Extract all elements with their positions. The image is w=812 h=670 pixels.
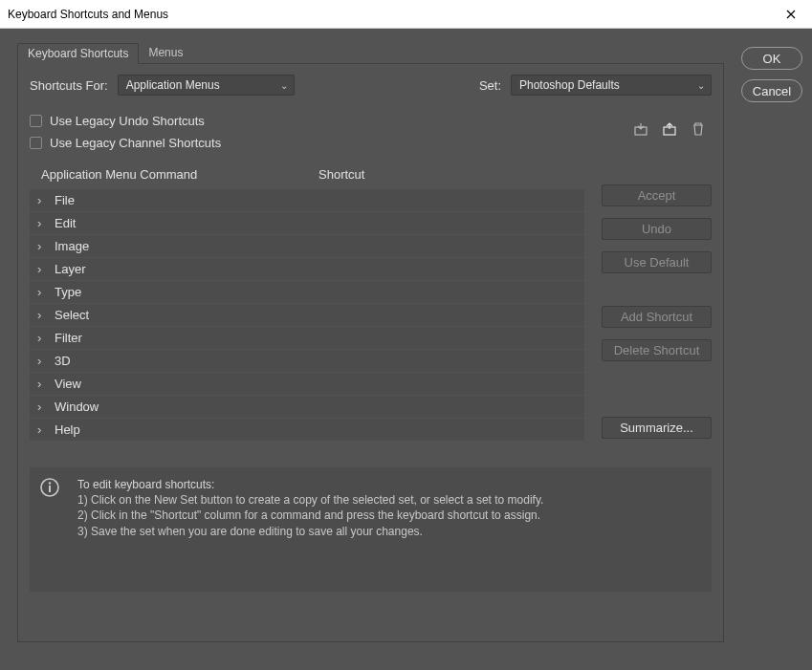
chevron-right-icon: › — [37, 308, 47, 322]
col-command: Application Menu Command — [41, 167, 318, 182]
info-line-3: 3) Save the set when you are done editin… — [77, 524, 543, 539]
legacy-undo-checkbox[interactable] — [30, 115, 42, 127]
col-shortcut: Shortcut — [318, 167, 584, 182]
cancel-button[interactable]: Cancel — [741, 79, 802, 102]
table-row[interactable]: ›Image — [30, 235, 584, 257]
titlebar: Keyboard Shortcuts and Menus — [0, 0, 812, 29]
chevron-right-icon: › — [37, 422, 47, 437]
delete-shortcut-button[interactable]: Delete Shortcut — [602, 339, 712, 361]
row-label: View — [55, 377, 81, 391]
shortcut-table-area: Application Menu Command Shortcut ›File … — [30, 158, 584, 450]
table-row[interactable]: ›Type — [30, 281, 584, 303]
chevron-down-icon: ⌄ — [280, 80, 288, 91]
chevron-right-icon: › — [37, 285, 47, 299]
table-row[interactable]: ›File — [30, 189, 584, 211]
tab-keyboard-shortcuts[interactable]: Keyboard Shortcuts — [17, 43, 139, 64]
info-icon — [39, 477, 64, 582]
row-label: Select — [55, 308, 89, 322]
legacy-channel-checkbox[interactable] — [30, 137, 42, 149]
menu-table: ›File ›Edit ›Image ›Layer ›Type ›Select … — [30, 189, 584, 441]
panel: Shortcuts For: Application Menus ⌄ Set: … — [17, 64, 724, 642]
row-label: File — [55, 193, 75, 207]
row-label: Edit — [55, 216, 76, 230]
legacy-channel-label: Use Legacy Channel Shortcuts — [50, 136, 221, 150]
chevron-right-icon: › — [37, 216, 47, 230]
set-label: Set: — [479, 78, 501, 93]
row-shortcuts-for: Shortcuts For: Application Menus ⌄ Set: … — [30, 74, 712, 97]
row-label: Image — [55, 239, 89, 253]
chevron-right-icon: › — [37, 400, 47, 414]
undo-button[interactable]: Undo — [602, 218, 712, 240]
svg-rect-4 — [49, 486, 51, 492]
table-row[interactable]: ›Layer — [30, 258, 584, 280]
table-row[interactable]: ›Edit — [30, 212, 584, 234]
accept-button[interactable]: Accept — [602, 184, 712, 206]
chevron-right-icon: › — [37, 377, 47, 391]
set-select[interactable]: Photoshop Defaults ⌄ — [511, 75, 712, 96]
new-set-icon[interactable] — [662, 121, 677, 140]
info-box: To edit keyboard shortcuts: 1) Click on … — [30, 467, 712, 592]
chevron-right-icon: › — [37, 262, 47, 276]
use-default-button[interactable]: Use Default — [602, 251, 712, 273]
table-row[interactable]: ›Select — [30, 304, 584, 326]
actions-column: Accept Undo Use Default Add Shortcut Del… — [602, 158, 712, 450]
table-row[interactable]: ›Window — [30, 396, 584, 418]
table-row[interactable]: ›View — [30, 373, 584, 395]
chevron-right-icon: › — [37, 193, 47, 207]
window-title: Keyboard Shortcuts and Menus — [0, 8, 769, 21]
tab-menus[interactable]: Menus — [139, 43, 192, 63]
table-row[interactable]: ›Help — [30, 419, 584, 441]
info-text: To edit keyboard shortcuts: 1) Click on … — [77, 477, 543, 582]
set-icon-row — [633, 121, 710, 140]
set-value: Photoshop Defaults — [519, 78, 620, 92]
row-label: Type — [55, 285, 81, 299]
delete-set-icon[interactable] — [691, 121, 706, 140]
info-line-1: 1) Click on the New Set button to create… — [77, 492, 543, 508]
table-row[interactable]: ›3D — [30, 350, 584, 372]
svg-point-3 — [49, 482, 52, 485]
shortcuts-for-label: Shortcuts For: — [30, 78, 108, 93]
summarize-button[interactable]: Summarize... — [602, 417, 712, 439]
chevron-down-icon: ⌄ — [697, 80, 705, 91]
legacy-channel-row[interactable]: Use Legacy Channel Shortcuts — [30, 136, 633, 150]
legacy-undo-row[interactable]: Use Legacy Undo Shortcuts — [30, 114, 633, 128]
tab-strip: Keyboard Shortcuts Menus — [17, 43, 724, 64]
ok-button[interactable]: OK — [741, 47, 802, 70]
close-button[interactable] — [769, 0, 812, 29]
chevron-right-icon: › — [37, 239, 47, 253]
add-shortcut-button[interactable]: Add Shortcut — [602, 306, 712, 328]
row-label: 3D — [55, 354, 71, 368]
chevron-right-icon: › — [37, 331, 47, 345]
chevron-right-icon: › — [37, 354, 47, 368]
dialog-sidebar: OK Cancel — [741, 43, 802, 660]
table-header: Application Menu Command Shortcut — [30, 158, 584, 189]
row-label: Filter — [55, 331, 82, 345]
row-label: Layer — [55, 262, 86, 276]
legacy-undo-label: Use Legacy Undo Shortcuts — [50, 114, 205, 128]
info-heading: To edit keyboard shortcuts: — [77, 477, 543, 492]
info-line-2: 2) Click in the "Shortcut" column for a … — [77, 508, 543, 523]
table-row[interactable]: ›Filter — [30, 327, 584, 349]
save-set-icon[interactable] — [633, 121, 648, 140]
row-label: Window — [55, 400, 99, 414]
shortcuts-for-value: Application Menus — [126, 78, 220, 92]
close-icon — [786, 10, 796, 19]
row-label: Help — [55, 422, 80, 437]
shortcuts-for-select[interactable]: Application Menus ⌄ — [118, 75, 295, 96]
